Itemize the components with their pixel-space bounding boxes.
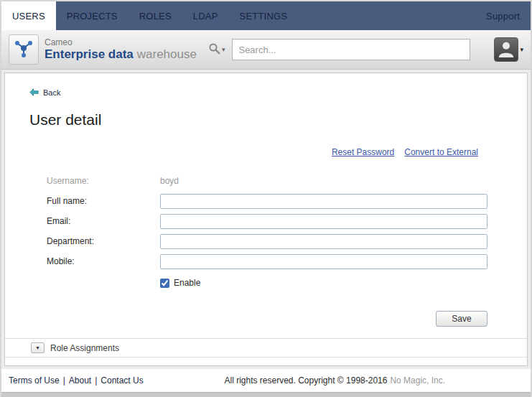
- copyright-text: All rights reserved. Copyright © 1998-20…: [224, 375, 445, 386]
- mobile-input[interactable]: [160, 254, 487, 269]
- search-icon[interactable]: [208, 42, 220, 57]
- brand-warehouse: warehouse: [137, 47, 197, 61]
- tab-settings[interactable]: SETTINGS: [229, 1, 299, 30]
- top-navbar: USERS PROJECTS ROLES LDAP SETTINGS Suppo…: [1, 1, 531, 30]
- enable-label: Enable: [174, 278, 200, 288]
- tab-ldap[interactable]: LDAP: [182, 1, 229, 30]
- app-footer: Terms of Use | About | Contact Us All ri…: [1, 369, 531, 392]
- convert-to-external-link[interactable]: Convert to External: [404, 147, 478, 157]
- mobile-row: Mobile:: [47, 253, 527, 269]
- about-link[interactable]: About: [69, 375, 91, 386]
- save-row: Save: [160, 311, 487, 327]
- department-input[interactable]: [160, 234, 487, 249]
- footer-separator: |: [60, 375, 69, 386]
- support-link[interactable]: Support: [475, 1, 531, 30]
- back-arrow-icon: [29, 86, 39, 99]
- username-row: Username: boyd: [47, 173, 527, 189]
- mobile-label: Mobile:: [47, 256, 160, 266]
- content-area: Back User detail Reset Password Convert …: [1, 70, 531, 369]
- user-menu: ▾: [494, 37, 523, 62]
- window-bottom-edge: [1, 392, 531, 397]
- action-links-row: Reset Password Convert to External: [5, 147, 478, 157]
- search-group: ▾: [208, 39, 471, 60]
- search-scope-chevron-icon[interactable]: ▾: [222, 46, 225, 53]
- tab-projects[interactable]: PROJECTS: [56, 1, 129, 30]
- footer-links: Terms of Use | About | Contact Us: [9, 375, 144, 386]
- full-name-label: Full name:: [47, 196, 160, 206]
- brand-text: Cameo Enterprise datawarehouse: [45, 38, 197, 61]
- search-input[interactable]: [232, 39, 470, 60]
- person-icon: [497, 39, 515, 61]
- user-detail-panel: Back User detail Reset Password Convert …: [4, 73, 528, 366]
- full-name-input[interactable]: [160, 194, 487, 209]
- triangle-down-icon: ▼: [35, 345, 40, 350]
- user-menu-chevron-icon[interactable]: ▾: [520, 46, 523, 53]
- full-name-row: Full name:: [47, 193, 527, 209]
- username-value: boyd: [160, 176, 179, 186]
- terms-of-use-link[interactable]: Terms of Use: [9, 375, 60, 386]
- back-row: Back: [29, 86, 527, 99]
- copyright-main: All rights reserved. Copyright © 1998-20…: [224, 375, 387, 386]
- save-button[interactable]: Save: [436, 311, 487, 327]
- app-header: Cameo Enterprise datawarehouse ▾: [1, 30, 531, 70]
- role-assignments-section[interactable]: ▼ Role Assignments: [5, 338, 527, 358]
- email-label: Email:: [47, 216, 160, 226]
- user-avatar[interactable]: [494, 37, 518, 62]
- network-logo-icon: [13, 37, 34, 62]
- contact-us-link[interactable]: Contact Us: [101, 375, 143, 386]
- enable-row: Enable: [47, 275, 527, 291]
- brand-product: Enterprise datawarehouse: [45, 47, 197, 61]
- footer-separator: |: [91, 375, 101, 386]
- department-row: Department:: [47, 233, 527, 249]
- email-row: Email:: [47, 213, 527, 229]
- app-window: USERS PROJECTS ROLES LDAP SETTINGS Suppo…: [0, 0, 532, 397]
- reset-password-link[interactable]: Reset Password: [332, 147, 394, 157]
- username-label: Username:: [47, 176, 160, 186]
- tab-roles[interactable]: ROLES: [129, 1, 182, 30]
- role-assignments-label: Role Assignments: [50, 343, 119, 353]
- page-title: User detail: [29, 111, 527, 129]
- tab-users[interactable]: USERS: [1, 1, 56, 30]
- brand-enterprise-data: Enterprise data: [45, 47, 134, 61]
- department-label: Department:: [47, 236, 160, 246]
- enable-checkbox[interactable]: [160, 279, 169, 288]
- role-assignments-toggle-button[interactable]: ▼: [31, 342, 45, 353]
- copyright-company: No Magic, Inc.: [390, 375, 445, 386]
- back-link[interactable]: Back: [43, 88, 60, 97]
- email-input[interactable]: [160, 214, 487, 229]
- user-detail-form: Username: boyd Full name: Email: Departm…: [5, 173, 527, 327]
- brand-cameo: Cameo: [45, 38, 197, 47]
- app-logo[interactable]: [9, 34, 39, 65]
